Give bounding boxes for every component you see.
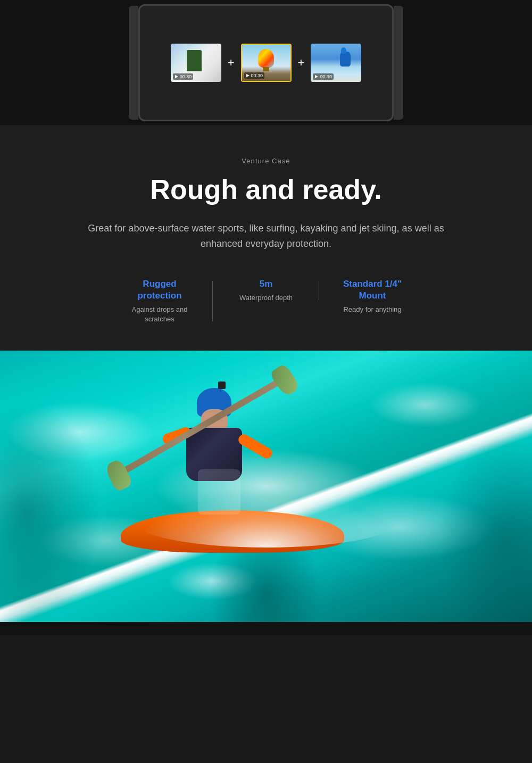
- play-icon-3: [314, 74, 319, 79]
- play-icon-2: [246, 73, 250, 78]
- clip-3-timestamp: 00:30: [313, 73, 334, 80]
- clip-2-thumb[interactable]: 00:30: [241, 44, 292, 82]
- description: Great for above-surface water sports, li…: [69, 221, 463, 252]
- play-icon: [174, 74, 179, 79]
- clips-row: 00:30 + 00:30 +: [160, 38, 372, 87]
- clip-1-timestamp: 00:30: [173, 73, 194, 80]
- jacket: [186, 428, 242, 481]
- svg-marker-2: [315, 75, 318, 78]
- action-camera: [218, 382, 226, 389]
- kayak-photo-section: [0, 351, 532, 622]
- clip-2-basket: [263, 67, 269, 71]
- feature-rugged-subtitle: Against drops and scratches: [122, 305, 197, 324]
- kayak-foam: [133, 494, 399, 548]
- feature-mount-title: Standard 1/4" Mount: [335, 278, 410, 302]
- feature-mount: Standard 1/4" Mount Ready for anything: [319, 278, 426, 314]
- feature-rugged-title: Rugged protection: [122, 278, 197, 302]
- feature-waterproof: 5m Waterproof depth: [213, 278, 319, 303]
- feature-rugged: Rugged protection Against drops and scra…: [106, 278, 213, 325]
- clip-3-thumb[interactable]: 00:30: [311, 44, 361, 82]
- phone-right-bar: [394, 6, 403, 120]
- top-section: 00:30 + 00:30 +: [0, 0, 532, 125]
- plus-icon-1: +: [228, 56, 235, 70]
- middle-section: Venture Case Rough and ready. Great for …: [0, 125, 532, 351]
- svg-marker-0: [175, 75, 178, 78]
- feature-mount-subtitle: Ready for anything: [335, 305, 410, 314]
- clip-1-figure: [187, 50, 202, 71]
- product-label: Venture Case: [21, 157, 511, 165]
- bottom-bar: [0, 622, 532, 635]
- headline: Rough and ready.: [21, 175, 511, 205]
- clip-2-balloon: [258, 49, 274, 68]
- features-row: Rugged protection Against drops and scra…: [106, 278, 426, 325]
- feature-waterproof-subtitle: Waterproof depth: [229, 293, 303, 303]
- clip-2-timestamp: 00:30: [244, 72, 265, 79]
- feature-waterproof-title: 5m: [229, 278, 303, 290]
- kayak-scene: [0, 351, 532, 622]
- clip-1-thumb[interactable]: 00:30: [171, 44, 221, 82]
- clip-3-bird: [340, 52, 351, 67]
- phone-left-bar: [129, 6, 138, 120]
- plus-icon-2: +: [298, 56, 305, 70]
- svg-marker-1: [246, 74, 250, 77]
- phone-frame: 00:30 + 00:30 +: [138, 4, 394, 121]
